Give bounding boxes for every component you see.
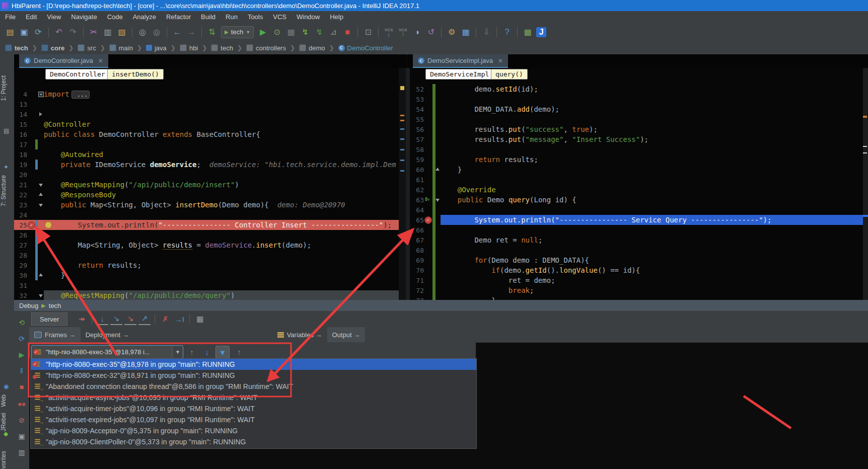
menu-item-analyze[interactable]: Analyze (128, 12, 161, 22)
fold-collapse-icon[interactable] (436, 199, 440, 202)
fold-end-icon[interactable] (436, 168, 440, 171)
gutter-icon-slot[interactable] (27, 200, 35, 210)
project-structure-icon[interactable]: ▦ (459, 26, 472, 38)
chip-icon[interactable]: ▩ (521, 26, 534, 38)
update-application-icon[interactable]: ⟳ (16, 333, 27, 344)
menu-item-tools[interactable]: Tools (243, 12, 268, 22)
menu-item-window[interactable]: Window (292, 12, 325, 22)
gutter-icon-slot[interactable] (27, 89, 35, 99)
gutter-icon-slot[interactable] (27, 250, 35, 260)
fold-marker-slot[interactable] (38, 180, 44, 190)
menu-item-view[interactable]: View (42, 12, 66, 22)
fold-marker-slot[interactable] (38, 190, 44, 200)
fold-marker-slot[interactable] (38, 139, 44, 149)
chevron-down-icon[interactable]: ▼ (172, 346, 183, 358)
debug-toolwindow-header[interactable]: Debug ▶ tech (14, 300, 868, 311)
gutter-icon-slot[interactable] (424, 255, 432, 265)
tab-output[interactable]: Output → (327, 327, 366, 342)
cut-icon[interactable]: ✂ (87, 26, 100, 38)
gutter-icon-slot[interactable] (27, 129, 35, 139)
thread-row-5[interactable]: →"activiti-acquire-timer-jobs"@10,096 in… (31, 403, 476, 414)
evaluate-expression-icon[interactable]: ▦ (194, 314, 206, 325)
gutter-icon-slot[interactable] (27, 149, 35, 160)
sidebar-item-favorites[interactable]: Favorites (0, 451, 14, 469)
gutter-icon-slot[interactable] (27, 190, 35, 200)
right-editor-scrollbar[interactable] (863, 68, 868, 300)
thread-prev-button[interactable]: ↑ (185, 346, 198, 358)
rerun-icon[interactable]: ⟲ (16, 317, 27, 328)
breadcrumb-item-democontroller[interactable]: CDemoController (337, 44, 394, 52)
gutter-icon-slot[interactable] (424, 104, 432, 114)
tab-deployment[interactable]: Deployment → (81, 327, 134, 342)
breakpoint-icon[interactable]: ✓ (424, 216, 432, 224)
fold-marker-slot[interactable] (38, 210, 44, 220)
coverage-icon[interactable]: ▦ (284, 26, 298, 38)
gutter-icon-slot[interactable] (424, 124, 432, 134)
attach-icon[interactable]: ⊡ (361, 26, 375, 38)
close-icon[interactable]: ✕ (498, 57, 503, 64)
run-config-selector[interactable]: ▶tech▼ (221, 26, 254, 38)
gutter-icon-slot[interactable] (27, 119, 35, 129)
gutter-icon-slot[interactable] (27, 270, 35, 280)
step-into-icon[interactable]: ↘ (110, 313, 122, 325)
gutter-icon-slot[interactable] (27, 210, 35, 220)
pause-icon[interactable]: ‖ (16, 365, 27, 376)
fold-marker-slot[interactable] (38, 160, 44, 170)
menu-item-code[interactable]: Code (102, 12, 128, 22)
gutter-icon-slot[interactable] (424, 275, 432, 285)
gutter-icon-slot[interactable] (424, 144, 432, 154)
thread-selector-combobox[interactable]: ✓ "http-nio-8080-exec-35"@18,978 i... ▼ (31, 345, 183, 359)
gutter-icon-slot[interactable] (424, 285, 432, 295)
fold-collapse-icon[interactable] (39, 294, 43, 297)
force-step-into-icon[interactable]: ↘ (124, 313, 136, 325)
run-jrebel-icon[interactable]: ↯ (299, 26, 312, 38)
fold-marker-slot[interactable] (38, 280, 44, 290)
breakpoint-icon[interactable]: ✓ (28, 221, 35, 229)
run-to-cursor-icon[interactable]: →I (173, 314, 185, 325)
menu-item-help[interactable]: Help (325, 12, 348, 22)
gutter-icon-slot[interactable]: ✓ (424, 215, 432, 225)
vcs-commit-icon[interactable]: VCS↑ (396, 26, 409, 38)
gutter-icon-slot[interactable] (424, 225, 432, 235)
gutter-icon-slot[interactable] (27, 180, 35, 190)
gutter-icon-slot[interactable] (27, 280, 35, 290)
run-icon[interactable]: ▶ (256, 26, 269, 38)
fold-marker-slot[interactable]: + (38, 89, 44, 99)
fold-marker-slot[interactable] (38, 230, 44, 240)
gutter-icon-slot[interactable] (27, 170, 35, 180)
fold-marker-slot[interactable] (38, 119, 44, 129)
fold-marker-slot[interactable] (38, 220, 44, 230)
menu-item-edit[interactable]: Edit (21, 12, 42, 22)
thread-next-button[interactable]: ↓ (200, 346, 213, 358)
left-editor[interactable]: DemoControllerinsertDemo()4+import ...13… (14, 68, 406, 300)
gutter-icon-slot[interactable] (424, 134, 432, 144)
gutter-icon-slot[interactable] (424, 175, 432, 185)
editor-splitter[interactable] (406, 68, 410, 300)
menu-item-vcs[interactable]: VCS (268, 12, 292, 22)
right-editor[interactable]: DemoServiceImplquery()52 demo.setId(id);… (410, 68, 863, 300)
override-marker-icon[interactable]: O↑ (424, 197, 430, 203)
undo-icon[interactable]: ↶ (52, 26, 65, 38)
compare-icon[interactable]: ⇅ (205, 26, 219, 38)
tab-frames[interactable]: Frames → (29, 327, 81, 342)
fold-marker-slot[interactable] (38, 290, 44, 300)
fold-marker-slot[interactable] (38, 200, 44, 210)
help-icon[interactable]: ? (500, 26, 514, 38)
fold-end-icon[interactable] (39, 273, 43, 276)
sync-icon[interactable]: ⟳ (32, 26, 45, 38)
fold-marker-slot[interactable] (38, 149, 44, 160)
stop-icon[interactable]: ■ (341, 26, 354, 38)
debug-icon[interactable]: ⊙ (270, 26, 283, 38)
fold-end-icon[interactable] (39, 193, 43, 196)
fold-marker-slot[interactable] (38, 109, 44, 119)
copy-icon[interactable]: ▥ (101, 26, 114, 38)
gutter-icon-slot[interactable] (27, 290, 35, 300)
paste-icon[interactable]: ▧ (115, 26, 128, 38)
fold-marker-slot[interactable] (38, 250, 44, 260)
gutter-icon-slot[interactable] (27, 240, 35, 250)
open-icon[interactable]: ▤ (4, 26, 17, 38)
fold-collapsed-icon[interactable] (39, 112, 42, 116)
thread-row-6[interactable]: →"activiti-reset-expired-jobs"@10,097 in… (31, 414, 476, 425)
layout-settings-icon[interactable]: ▥ (16, 447, 27, 458)
fold-marker-slot[interactable] (38, 260, 44, 270)
